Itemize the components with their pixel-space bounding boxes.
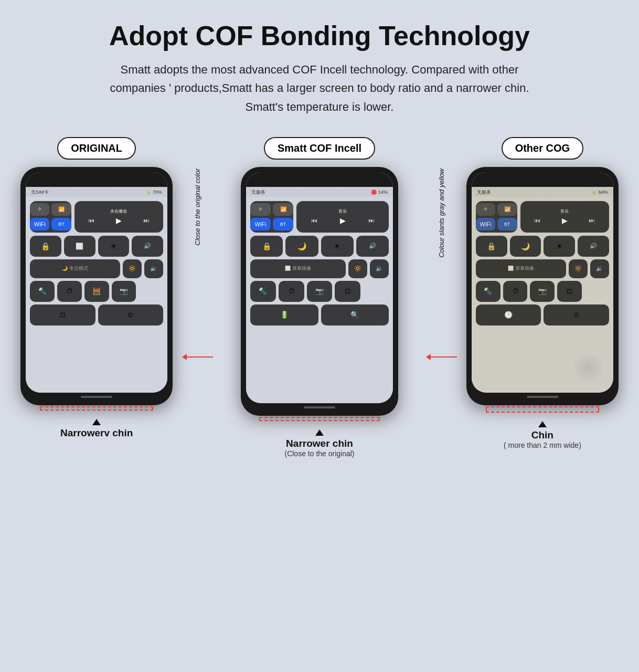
cog-vol-sl: 🔉 (590, 259, 609, 278)
cog-br-sl: 🔆 (569, 259, 588, 278)
cog-mirror: ⬜ 屏幕镜像 (476, 259, 566, 278)
smatt-moon: 🌙 (285, 236, 318, 257)
right-red-arrow (426, 354, 457, 360)
cc-torch: 🔦 (30, 281, 55, 302)
smatt-prev: ⏮ (311, 217, 317, 224)
between-left: Close to the original color (177, 137, 218, 410)
play-btn: ▶ (116, 216, 122, 225)
smatt-volume-btn: 🔊 (356, 236, 389, 257)
cog-next: ⏭ (589, 217, 595, 224)
smatt-battery: 🔴 14% (371, 190, 388, 195)
cc-calc: 🧮 (84, 281, 109, 302)
left-red-arrow (182, 354, 213, 360)
original-badge: ORIGINAL (57, 137, 136, 160)
smatt-search: 🔍 (321, 304, 389, 326)
smatt-camera: 📷 (307, 281, 333, 302)
smatt-scan: ⊡ (335, 281, 360, 302)
original-notch-cutout (73, 174, 120, 185)
original-arrow-up (92, 419, 101, 425)
smatt-home-indicator (304, 406, 335, 408)
smatt-arrow-up (315, 429, 324, 436)
original-chin-bar (40, 406, 153, 411)
smatt-chin-wrapper (233, 416, 405, 421)
cog-cc-connectivity: ✈ 📶 WiFi BT (476, 201, 517, 233)
cog-torch: 🔦 (476, 281, 500, 302)
smatt-chin-label: Narrower chin (286, 438, 353, 449)
original-phone-frame: 无SIM卡 🔋 70% ✈ 📶 (20, 167, 173, 405)
cog-blob (574, 353, 603, 382)
smatt-torch: 🔦 (250, 281, 276, 302)
smatt-chin-sublabel: (Close to the original) (284, 449, 354, 458)
cc-scan: ⊡ (30, 304, 95, 326)
cog-chin-wrapper (462, 405, 623, 413)
phone-column-cog: Other COG 无服务 🔋 64% (462, 137, 623, 449)
page-subtitle: Smatt adopts the most advanced COF Incel… (94, 60, 545, 116)
cc-brightness: ☀ (98, 236, 130, 257)
status-battery: 🔋 70% (146, 190, 163, 195)
smatt-next: ⏭ (368, 217, 375, 224)
cog-music-title: 音乐 (524, 208, 606, 214)
smatt-timer: ⏱ (279, 281, 304, 302)
cc-connectivity: ✈ 📶 WiFi BT (30, 201, 71, 233)
original-notch (26, 172, 167, 187)
cc-music-original: 未在播放 ⏮ ▶ ⏭ (74, 201, 163, 233)
original-chin-wrapper (16, 405, 177, 411)
cog-carrier: 无服务 (477, 189, 491, 196)
cog-chin-label-wrapper: Chin ( more than 2 mm wide) (504, 421, 581, 449)
next-btn: ⏭ (143, 217, 150, 224)
original-chin-label: Narrowerv chin (60, 427, 133, 439)
smatt-cc-music: 音乐 ⏮ ▶ ⏭ (296, 201, 389, 233)
smatt-lock: 🔒 (250, 236, 283, 257)
smatt-notch (246, 172, 393, 187)
phone-column-original: ORIGINAL 无SIM卡 🔋 70% (16, 137, 177, 439)
smatt-vol-sl: 🔉 (370, 259, 389, 278)
left-arrow-tip (182, 354, 187, 360)
status-carrier: 无SIM卡 (31, 189, 49, 196)
cc-camera: 📷 (112, 281, 136, 302)
cog-home-indicator (527, 396, 558, 398)
cc-focus: 🌙 专注模式 (30, 259, 120, 278)
cog-prev: ⏮ (534, 217, 540, 224)
cog-phone-screen: 无服务 🔋 64% ✈ 📶 (472, 172, 613, 393)
right-red-line (431, 356, 457, 358)
cog-lock: 🔒 (476, 236, 507, 257)
between-right: Colour slants gray and yellow (421, 137, 462, 410)
smatt-phone-screen: 无服务 🔴 14% ✈ 📶 (246, 172, 393, 403)
smatt-notch-cutout (296, 174, 343, 185)
smatt-br-sl: 🔆 (348, 259, 367, 278)
cog-brightness: ☀ (544, 236, 575, 257)
cog-status-bar: 无服务 🔋 64% (472, 187, 613, 197)
phone-column-smatt: Smatt COF Incell 无服务 🔴 14% (233, 137, 405, 458)
cc-screen-mirror: ⬜ (64, 236, 95, 257)
left-between-label: Close to the original color (194, 169, 201, 246)
cc-br-slider: 🔆 (123, 259, 142, 278)
smatt-phone-frame: 无服务 🔴 14% ✈ 📶 (241, 167, 398, 416)
smatt-control-center: ✈ 📶 WiFi BT (246, 197, 393, 403)
cog-badge: Other COG (502, 137, 583, 160)
right-arrow-tip (426, 354, 431, 360)
original-phone-screen: 无SIM卡 🔋 70% ✈ 📶 (26, 172, 167, 393)
cog-clock: 🕐 (476, 304, 541, 326)
smatt-music-title: 音乐 (300, 208, 386, 214)
cc-record: ⊙ (98, 304, 164, 326)
cog-volume-btn: 🔊 (578, 236, 609, 257)
cog-phone-frame: 无服务 🔋 64% ✈ 📶 (466, 167, 619, 405)
cog-scan: ⊡ (557, 281, 582, 302)
cog-camera: 📷 (530, 281, 555, 302)
cog-notch (472, 172, 613, 187)
cog-cc-music: 音乐 ⏮ ▶ ⏭ (520, 201, 609, 233)
cog-timer: ⏱ (503, 281, 528, 302)
cog-moon: 🌙 (510, 236, 541, 257)
smatt-status-bar: 无服务 🔴 14% (246, 187, 393, 197)
cc-lock: 🔒 (30, 236, 61, 257)
cog-chin-sublabel: ( more than 2 mm wide) (504, 441, 581, 449)
cog-bottom-bar (472, 393, 613, 400)
prev-btn: ⏮ (88, 217, 94, 224)
smatt-chin-bar (259, 417, 379, 421)
cog-play: ▶ (562, 216, 568, 225)
smatt-brightness: ☀ (321, 236, 354, 257)
cog-chin-bar (486, 406, 599, 413)
original-home-indicator (81, 396, 112, 398)
phones-section: ORIGINAL 无SIM卡 🔋 70% (16, 137, 623, 458)
smatt-battery-icon: 🔋 (250, 304, 318, 326)
